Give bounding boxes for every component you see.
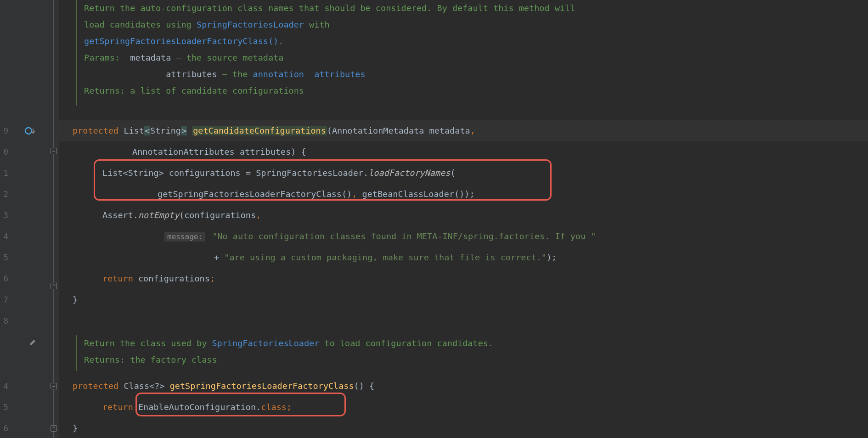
- line-number: 6: [0, 268, 8, 289]
- doc-link[interactable]: SpringFactoriesLoader: [212, 338, 319, 348]
- fold-column: − ⌃ − ⌃: [48, 0, 57, 438]
- type: EnableAutoConfiguration: [138, 402, 256, 412]
- doc-returns-label: Returns:: [84, 86, 125, 95]
- method-call: getSpringFactoriesLoaderFactoryClass: [158, 189, 342, 199]
- line-number: 5: [0, 397, 8, 418]
- static-method: notEmpty: [138, 210, 179, 220]
- doc-text: a list of candidate configurations: [125, 86, 304, 95]
- doc-link[interactable]: annotation: [253, 69, 304, 79]
- line-number-column: 9 0 1 2 3 4 5 6 7 8 4 5 6: [0, 0, 8, 438]
- code-line[interactable]: return EnableAutoConfiguration.class;: [59, 397, 292, 418]
- static-method: loadFactoryNames: [368, 168, 450, 178]
- code-line[interactable]: Assert.notEmpty(configurations,: [59, 205, 261, 226]
- code-line[interactable]: message: "No auto configuration classes …: [59, 226, 596, 247]
- doc-params-label: Params:: [84, 53, 120, 62]
- line-number: 2: [0, 184, 8, 205]
- line-number: 6: [0, 418, 8, 438]
- line-number: 4: [0, 226, 8, 247]
- string-literal: "are using a custom packaging, make sure…: [224, 253, 547, 262]
- doc-link[interactable]: SpringFactoriesLoader: [197, 20, 304, 29]
- doc-text: – the source metadata: [171, 53, 283, 62]
- line-number: 7: [0, 289, 8, 310]
- fold-toggle-icon[interactable]: −: [51, 148, 57, 154]
- type: List: [124, 126, 144, 135]
- doc-text: with: [304, 20, 330, 29]
- fold-toggle-icon[interactable]: −: [51, 383, 57, 389]
- doc-link[interactable]: getSpringFactoriesLoaderFactoryClass(): [84, 36, 278, 46]
- code-line[interactable]: + "are using a custom packaging, make su…: [59, 247, 557, 268]
- javadoc-block: Return the class used by SpringFactories…: [76, 335, 493, 371]
- code-line[interactable]: return configurations;: [59, 268, 215, 289]
- generic-close: >: [181, 126, 187, 135]
- editor-area[interactable]: Return the auto-configuration class name…: [59, 0, 868, 438]
- keyword: return: [102, 402, 133, 412]
- line-number: 5: [0, 247, 8, 268]
- method-name: getCandidateConfigurations: [192, 126, 327, 135]
- param-type: AnnotationMetadata: [332, 126, 424, 135]
- doc-text: load candidates using: [84, 20, 197, 29]
- gutter-icon-column: [21, 0, 48, 438]
- fold-end-icon[interactable]: ⌃: [51, 283, 57, 289]
- type: Assert: [102, 210, 133, 220]
- line-number: 8: [0, 310, 8, 331]
- method-name: getSpringFactoriesLoaderFactoryClass: [165, 381, 354, 391]
- code-line[interactable]: }: [59, 289, 78, 310]
- doc-text: to load configuration candidates.: [319, 338, 493, 348]
- code-line[interactable]: protected List<String> getCandidateConfi…: [59, 120, 868, 141]
- code-line[interactable]: protected Class<?> getSpringFactoriesLoa…: [59, 376, 374, 397]
- param-type: AnnotationAttributes: [132, 147, 235, 157]
- doc-text: Return the auto-configuration class name…: [84, 3, 575, 13]
- line-number: 0: [0, 141, 8, 163]
- doc-param-name: metadata: [130, 53, 171, 62]
- generic-open: <: [144, 126, 150, 135]
- type: String: [150, 126, 181, 135]
- keyword: return: [102, 274, 133, 283]
- line-number: 9: [0, 120, 8, 141]
- code-line[interactable]: }: [59, 418, 78, 438]
- param-name: attributes: [235, 147, 291, 157]
- fold-end-icon[interactable]: ⌃: [51, 425, 57, 432]
- doc-returns-label: Returns:: [84, 355, 125, 365]
- doc-param-name: attributes: [166, 69, 217, 79]
- code-line[interactable]: getSpringFactoriesLoaderFactoryClass(), …: [59, 184, 475, 205]
- keyword: class: [261, 402, 287, 412]
- line-number: 1: [0, 163, 8, 184]
- keyword: protected: [73, 126, 118, 135]
- string-literal: "No auto configuration classes found in …: [212, 231, 596, 241]
- line-number: 3: [0, 205, 8, 226]
- line-number: 4: [0, 376, 8, 397]
- javadoc-block: Return the auto-configuration class name…: [76, 0, 575, 106]
- code-line[interactable]: List<String> configurations = SpringFact…: [59, 163, 456, 184]
- parameter-hint: message:: [164, 232, 205, 241]
- code-line[interactable]: AnnotationAttributes attributes) {: [59, 141, 306, 163]
- override-icon[interactable]: [24, 120, 36, 141]
- doc-text: the factory class: [125, 355, 217, 365]
- svg-point-0: [25, 128, 32, 134]
- method-call: getBeanClassLoader: [362, 189, 454, 199]
- doc-text: Return the class used by: [84, 338, 212, 348]
- doc-link[interactable]: attributes: [314, 69, 365, 79]
- param-name: metadata: [424, 126, 470, 135]
- edit-icon[interactable]: [29, 331, 37, 353]
- type: List: [102, 168, 123, 178]
- doc-text: – the: [217, 69, 253, 79]
- keyword: protected: [73, 381, 118, 391]
- doc-text: .: [278, 36, 283, 46]
